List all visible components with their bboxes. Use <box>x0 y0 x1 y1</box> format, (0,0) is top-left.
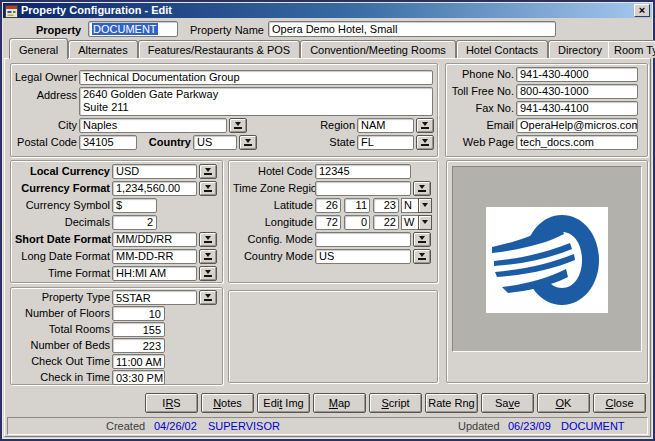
city-field[interactable]: Naples <box>79 118 227 133</box>
long-date-format-field[interactable]: MM-DD-RR <box>112 249 197 264</box>
country-lov-button[interactable] <box>239 135 257 150</box>
longitude-direction-value: W <box>401 215 418 230</box>
check-out-time-label: Check Out Time <box>15 355 112 368</box>
decimals-field[interactable]: 2 <box>112 215 157 230</box>
local-currency-lov-button[interactable] <box>199 164 217 179</box>
hotel-logo-image <box>486 207 608 313</box>
tab-directory[interactable]: Directory <box>548 40 608 58</box>
close-button[interactable]: Close <box>593 393 646 413</box>
country-field[interactable]: US <box>193 135 237 150</box>
currency-format-lov-button[interactable] <box>199 181 217 196</box>
check-in-time-field[interactable]: 03:30 PM <box>112 370 165 385</box>
save-button[interactable]: Save <box>481 393 534 413</box>
region-label: Region <box>313 119 357 132</box>
status-bar: Created 04/26/02 SUPERVISOR Updated 06/2… <box>7 417 648 435</box>
long-date-format-label: Long Date Format <box>15 250 112 263</box>
property-name-field[interactable]: Opera Demo Hotel, Small <box>268 21 556 37</box>
short-date-format-field[interactable]: MM/DD/RR <box>112 232 197 247</box>
latitude-direction-combo[interactable]: N <box>401 198 432 213</box>
latitude-direction-dropdown-icon[interactable] <box>418 198 432 213</box>
state-lov-button[interactable] <box>416 135 434 150</box>
property-type-lov-button[interactable] <box>199 290 217 305</box>
longitude-minutes-field[interactable]: 0 <box>344 215 370 230</box>
currency-symbol-label: Currency Symbol <box>15 199 112 212</box>
property-type-field[interactable]: 5STAR <box>112 290 197 305</box>
latitude-seconds-field[interactable]: 23 <box>373 198 399 213</box>
address-line-2: Suite 211 <box>83 101 429 114</box>
map-button[interactable]: Map <box>313 393 366 413</box>
state-label: State <box>319 136 357 149</box>
region-field[interactable]: NAM <box>357 118 414 133</box>
time-format-lov-button[interactable] <box>199 266 217 281</box>
created-date: 04/26/02 <box>154 420 197 432</box>
long-date-format-lov-button[interactable] <box>199 249 217 264</box>
phone-field[interactable]: 941-430-4000 <box>516 67 638 82</box>
edit-img-button[interactable]: Edit Img <box>257 393 310 413</box>
time-zone-region-field[interactable] <box>315 181 411 196</box>
tab-alternates[interactable]: Alternates <box>68 40 138 58</box>
title-bar[interactable]: Property Configuration - Edit × <box>3 3 652 18</box>
config-mode-field[interactable] <box>315 232 411 247</box>
longitude-seconds-field[interactable]: 22 <box>373 215 399 230</box>
country-mode-label: Country Mode <box>233 250 315 263</box>
close-icon[interactable]: × <box>634 4 650 17</box>
web-page-field[interactable]: tech_docs.com <box>516 135 638 150</box>
tab-room-types[interactable]: Room Types <box>608 40 655 58</box>
tab-convention-meeting-rooms[interactable]: Convention/Meeting Rooms <box>300 40 456 58</box>
web-page-label: Web Page <box>450 136 516 149</box>
total-rooms-label: Total Rooms <box>15 323 112 336</box>
latitude-minutes-field[interactable]: 11 <box>344 198 370 213</box>
longitude-degrees-field[interactable]: 72 <box>315 215 341 230</box>
check-out-time-field[interactable]: 11:00 AM <box>112 354 165 369</box>
tab-bar: General Alternates Features/Restaurants … <box>9 38 655 58</box>
property-type-group: Property Type 5STAR Number of Floors 10 … <box>10 287 223 385</box>
script-button[interactable]: Script <box>369 393 422 413</box>
empty-group <box>228 290 438 383</box>
hotel-code-field[interactable]: 12345 <box>315 164 411 179</box>
property-configuration-window: Property Configuration - Edit × Property… <box>0 0 655 441</box>
toll-free-field[interactable]: 800-430-1000 <box>516 84 638 99</box>
state-field[interactable]: FL <box>357 135 414 150</box>
country-mode-lov-button[interactable] <box>413 249 431 264</box>
tab-hotel-contacts[interactable]: Hotel Contacts <box>456 40 548 58</box>
time-format-field[interactable]: HH:MI AM <box>112 266 197 281</box>
total-rooms-field[interactable]: 155 <box>112 322 165 337</box>
number-of-beds-label: Number of Beds <box>15 339 112 352</box>
local-currency-field[interactable]: USD <box>112 164 197 179</box>
number-of-floors-label: Number of Floors <box>15 307 112 320</box>
short-date-format-label: Short Date Format <box>15 233 112 246</box>
email-field[interactable]: OperaHelp@micros.com <box>516 118 638 133</box>
currency-format-field[interactable]: 1,234,560.00 <box>112 181 197 196</box>
property-field-selected-text: DOCUMENT <box>92 23 158 35</box>
currency-symbol-field[interactable]: $ <box>112 198 157 213</box>
tab-general[interactable]: General <box>9 38 68 59</box>
property-type-label: Property Type <box>15 291 112 304</box>
number-of-beds-field[interactable]: 223 <box>112 338 165 353</box>
config-mode-lov-button[interactable] <box>413 232 431 247</box>
ok-button[interactable]: OK <box>537 393 590 413</box>
tab-features-restaurants-pos[interactable]: Features/Restaurants & POS <box>138 40 300 58</box>
time-zone-region-lov-button[interactable] <box>413 181 431 196</box>
fax-field[interactable]: 941-430-4100 <box>516 101 638 116</box>
property-field[interactable]: DOCUMENT <box>88 21 178 37</box>
address-field[interactable]: 2640 Golden Gate Parkway Suite 211 <box>79 87 433 116</box>
city-lov-button[interactable] <box>229 118 247 133</box>
latitude-direction-value: N <box>401 198 418 213</box>
rate-rng-button[interactable]: Rate Rng <box>425 393 478 413</box>
region-lov-button[interactable] <box>416 118 434 133</box>
longitude-direction-dropdown-icon[interactable] <box>418 215 432 230</box>
country-mode-field[interactable]: US <box>315 249 411 264</box>
longitude-direction-combo[interactable]: W <box>401 215 432 230</box>
check-in-time-label: Check in Time <box>15 371 112 384</box>
config-mode-label: Config. Mode <box>233 233 315 246</box>
latitude-degrees-field[interactable]: 26 <box>315 198 341 213</box>
notes-button[interactable]: Notes <box>201 393 254 413</box>
window-title: Property Configuration - Edit <box>21 4 634 17</box>
app-icon <box>5 4 18 17</box>
short-date-format-lov-button[interactable] <box>199 232 217 247</box>
irs-button[interactable]: IRS <box>145 393 198 413</box>
postal-code-field[interactable]: 34105 <box>79 135 137 150</box>
legal-owner-field[interactable]: Technical Documentation Group <box>79 70 433 85</box>
currency-group: Local Currency USD Currency Format 1,234… <box>10 160 223 283</box>
number-of-floors-field[interactable]: 10 <box>112 306 165 321</box>
